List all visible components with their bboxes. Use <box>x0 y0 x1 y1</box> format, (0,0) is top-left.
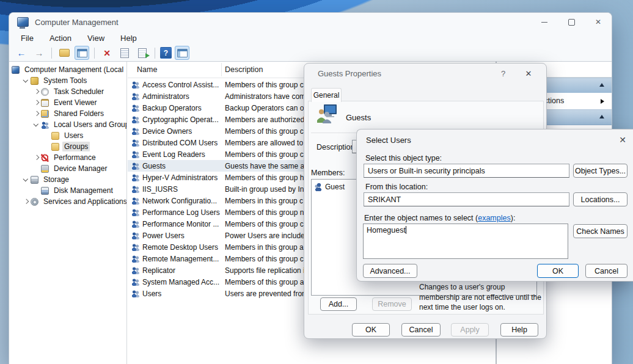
chevron-right-icon[interactable] <box>32 153 41 162</box>
membership-note: Changes to a user's group membership are… <box>419 282 543 313</box>
delete-icon[interactable]: ✕ <box>100 46 114 60</box>
group-name-cell: Guests <box>142 162 223 170</box>
group-icon <box>131 243 139 251</box>
chevron-right-icon[interactable] <box>32 87 41 96</box>
storage-icon <box>31 176 38 184</box>
group-icon <box>131 185 139 193</box>
column-divider[interactable] <box>221 63 222 76</box>
local-users-icon <box>41 121 49 129</box>
tab-general[interactable]: General <box>311 88 342 102</box>
back-arrow-icon[interactable]: ← <box>14 46 29 60</box>
chevron-down-icon[interactable] <box>22 76 31 85</box>
tree-item-label: Computer Management (Local <box>23 65 125 75</box>
computer-management-icon <box>17 17 29 27</box>
ok-button[interactable]: OK <box>352 323 390 337</box>
export-list-icon[interactable] <box>135 46 150 60</box>
menu-file[interactable]: File <box>21 34 34 43</box>
group-description-cell: Members of this group n <box>225 208 304 217</box>
title-bar[interactable]: Computer Management ✕ <box>9 13 612 31</box>
chevron-down-icon[interactable] <box>22 175 31 184</box>
object-names-input[interactable]: Homeguest <box>363 224 568 259</box>
cancel-button[interactable]: Cancel <box>401 323 441 337</box>
collapse-icon[interactable] <box>599 115 604 118</box>
names-label: Enter the object names to select (exampl… <box>364 214 515 222</box>
group-name-cell: Backup Operators <box>142 104 223 112</box>
group-description-cell: Members are allowed to <box>225 139 303 147</box>
shared-folders-icon <box>41 110 49 118</box>
tree-spacer <box>43 142 51 151</box>
tree-item-event-viewer[interactable]: Event Viewer <box>9 97 126 108</box>
help-icon[interactable]: ? <box>501 69 505 78</box>
system-tools-icon <box>31 77 38 85</box>
help-button[interactable]: Help <box>500 323 538 337</box>
toolbar: ←→✕? <box>9 45 612 62</box>
column-header-description[interactable]: Description <box>225 65 263 74</box>
cancel-button[interactable]: Cancel <box>585 264 628 278</box>
close-button[interactable]: ✕ <box>585 13 612 31</box>
console-window-icon[interactable] <box>75 46 89 60</box>
chevron-down-icon[interactable] <box>32 120 41 129</box>
tree-item-storage[interactable]: Storage <box>9 174 126 185</box>
group-description-cell: Members of this group h <box>225 173 304 182</box>
chevron-right-icon[interactable] <box>22 197 31 206</box>
group-description-cell: Users are prevented from <box>225 289 308 298</box>
tree-item-services-and-applications[interactable]: Services and Applications <box>9 196 126 207</box>
action-pane-icon[interactable] <box>175 46 189 60</box>
properties-icon[interactable] <box>117 46 132 60</box>
minimize-button[interactable] <box>531 13 558 31</box>
dialog-title: Guests Properties <box>318 69 381 78</box>
tree-item-device-manager[interactable]: Device Manager <box>9 163 126 174</box>
tree-item-groups[interactable]: Groups <box>9 141 126 152</box>
examples-link[interactable]: examples <box>478 214 511 222</box>
chevron-right-icon[interactable] <box>32 98 41 107</box>
group-name-cell: Administrators <box>142 92 223 101</box>
group-name-cell: Performance Log Users <box>142 208 223 217</box>
tree-item-disk-management[interactable]: Disk Management <box>9 185 126 196</box>
tree-item-computer-management-local[interactable]: Computer Management (Local <box>9 64 126 75</box>
tree-item-label: Storage <box>42 175 71 184</box>
close-icon[interactable]: ✕ <box>523 69 534 78</box>
advanced-button[interactable]: Advanced... <box>363 264 417 278</box>
group-icon <box>131 231 139 239</box>
help-icon[interactable]: ? <box>160 47 172 59</box>
computer-icon <box>12 66 20 74</box>
maximize-button[interactable] <box>558 13 585 31</box>
object-types-button[interactable]: Object Types... <box>573 164 628 178</box>
tree-item-task-scheduler[interactable]: Task Scheduler <box>9 86 126 97</box>
tree-item-shared-folders[interactable]: Shared Folders <box>9 108 126 119</box>
group-name-cell: Cryptographic Operat... <box>142 115 223 124</box>
column-header-name[interactable]: Name <box>137 65 157 74</box>
task-scheduler-icon <box>41 88 49 96</box>
check-names-button[interactable]: Check Names <box>573 224 628 238</box>
locations-button[interactable]: Locations... <box>573 192 628 206</box>
tree-item-local-users-and-groups[interactable]: Local Users and Groups <box>9 119 126 130</box>
object-type-field[interactable]: Users or Built-in security principals <box>364 164 569 178</box>
tree-item-system-tools[interactable]: System Tools <box>9 75 126 86</box>
names-label-suffix: ): <box>511 214 516 222</box>
tree-item-performance[interactable]: Performance <box>9 152 126 163</box>
up-folder-icon[interactable] <box>57 46 71 60</box>
tree-item-label: Device Manager <box>52 164 109 173</box>
user-icon <box>314 183 323 191</box>
group-description-cell: Members in this group a <box>225 243 304 252</box>
tree-item-label: Local Users and Groups <box>52 120 127 129</box>
names-label-text: Enter the object names to select ( <box>364 214 478 222</box>
object-type-value: Users or Built-in security principals <box>368 167 485 175</box>
close-icon[interactable]: ✕ <box>617 135 628 145</box>
text-cursor <box>406 226 406 234</box>
tree-item-label: Task Scheduler <box>52 87 106 96</box>
chevron-right-icon[interactable] <box>32 109 41 118</box>
menu-view[interactable]: View <box>87 34 104 43</box>
forward-arrow-icon[interactable]: → <box>32 46 46 60</box>
collapse-icon[interactable] <box>599 83 604 87</box>
tree-spacer <box>43 131 51 140</box>
tree-item-users[interactable]: Users <box>9 130 126 141</box>
location-field[interactable]: SRIKANT <box>364 192 569 206</box>
tree-item-label: Event Viewer <box>52 98 98 107</box>
ok-button[interactable]: OK <box>537 264 579 278</box>
group-description-cell: Members of this group c <box>225 255 304 263</box>
menu-action[interactable]: Action <box>49 34 71 43</box>
menu-help[interactable]: Help <box>120 34 137 43</box>
add-button[interactable]: Add... <box>320 297 357 311</box>
group-icon <box>131 208 139 216</box>
